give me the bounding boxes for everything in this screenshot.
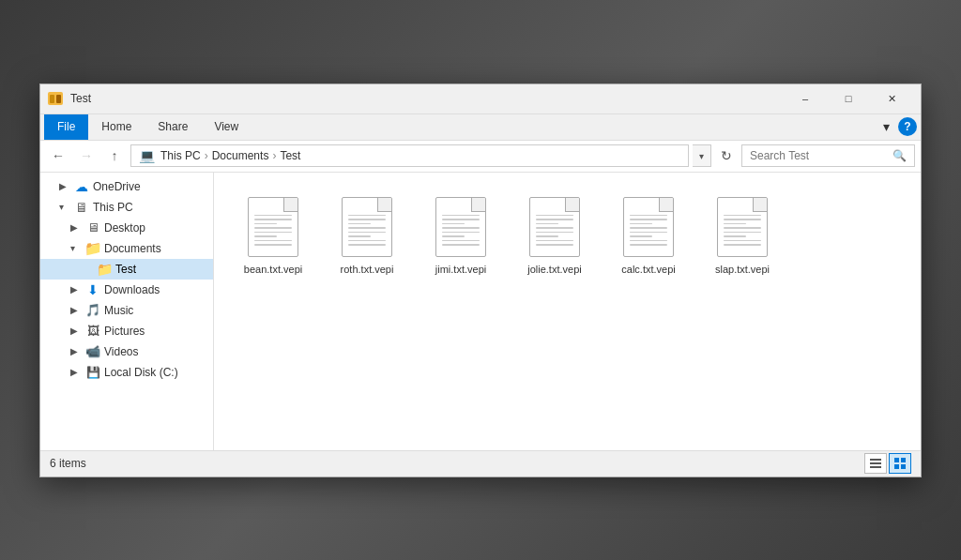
help-button[interactable]: ?: [898, 117, 917, 136]
search-input[interactable]: [750, 149, 892, 162]
svg-rect-4: [901, 458, 906, 462]
sidebar-item-desktop[interactable]: ▶ 🖥 Desktop: [40, 218, 213, 238]
path-segment-test: Test: [280, 149, 300, 162]
documents-icon: 📁: [85, 241, 100, 256]
sidebar-item-videos[interactable]: ▶ 📹 Videos: [40, 341, 213, 362]
large-icons-view-icon: [893, 457, 907, 470]
pictures-icon: 🖼: [85, 324, 100, 339]
expand-arrow-documents: ▾: [70, 243, 82, 253]
path-segment-documents: Documents: [212, 149, 269, 162]
sidebar-label-localdisk: Local Disk (C:): [104, 366, 178, 379]
status-bar: 6 items: [40, 450, 921, 477]
main-content: ▶ ☁ OneDrive ▾ 🖥 This PC ▶ 🖥 Desktop ▾ 📁…: [40, 173, 921, 450]
sidebar-label-videos: Videos: [104, 345, 138, 358]
file-icon-jimi: [433, 195, 489, 259]
address-dropdown-button[interactable]: ▾: [693, 144, 711, 167]
expand-arrow-onedrive: ▶: [59, 181, 70, 191]
sidebar-label-thispc: This PC: [93, 201, 133, 214]
sidebar-label-pictures: Pictures: [104, 325, 145, 338]
downloads-icon: ⬇: [85, 282, 100, 297]
file-icon-jolie: [526, 195, 583, 259]
file-name-jolie: jolie.txt.vepi: [527, 263, 581, 276]
file-item-bean[interactable]: bean.txt.vepi: [231, 189, 315, 281]
sidebar: ▶ ☁ OneDrive ▾ 🖥 This PC ▶ 🖥 Desktop ▾ 📁…: [40, 173, 214, 450]
file-page-roth: [342, 197, 392, 257]
file-item-roth[interactable]: roth.txt.vepi: [325, 189, 409, 281]
ribbon-expand-button[interactable]: ▾: [874, 114, 898, 139]
maximize-button[interactable]: □: [827, 83, 870, 114]
file-name-bean: bean.txt.vepi: [244, 263, 302, 276]
forward-button[interactable]: →: [74, 144, 99, 168]
file-page-jolie: [529, 197, 580, 257]
expand-arrow-pictures: ▶: [70, 325, 82, 336]
file-name-slap: slap.txt.vepi: [715, 263, 770, 276]
file-name-jimi: jimi.txt.vepi: [435, 263, 486, 276]
expand-arrow-localdisk: ▶: [70, 367, 82, 377]
search-box: 🔍: [741, 144, 915, 167]
file-name-calc: calc.txt.vepi: [621, 263, 675, 276]
sidebar-item-onedrive[interactable]: ▶ ☁ OneDrive: [40, 176, 213, 197]
thispc-icon: 🖥: [74, 200, 89, 215]
close-button[interactable]: ✕: [870, 83, 913, 114]
svg-rect-5: [894, 464, 899, 469]
desktop-icon: 🖥: [85, 220, 100, 235]
sidebar-item-test[interactable]: 📁 Test: [40, 259, 213, 280]
svg-rect-0: [870, 459, 881, 461]
sidebar-item-pictures[interactable]: ▶ 🖼 Pictures: [40, 321, 213, 341]
file-explorer-window: Test – □ ✕ File Home Share View ▾ ? ← → …: [39, 83, 922, 477]
tab-view[interactable]: View: [201, 114, 252, 140]
ribbon-tabs: File Home Share View ▾ ?: [40, 114, 921, 141]
view-large-icons-button[interactable]: [889, 453, 911, 474]
address-path[interactable]: 💻 This PC › Documents › Test: [130, 144, 689, 167]
view-details-button[interactable]: [864, 453, 887, 474]
minimize-button[interactable]: –: [784, 83, 827, 114]
up-button[interactable]: ↑: [102, 144, 127, 168]
file-icon-slap: [714, 195, 770, 259]
svg-rect-3: [894, 458, 899, 462]
status-item-count: 6 items: [50, 457, 857, 470]
tab-file[interactable]: File: [44, 114, 88, 140]
sidebar-item-documents[interactable]: ▾ 📁 Documents: [40, 238, 213, 259]
onedrive-icon: ☁: [74, 179, 89, 194]
expand-arrow-music: ▶: [70, 305, 82, 315]
file-page-jimi: [435, 197, 486, 257]
file-icon-bean: [245, 195, 301, 259]
sidebar-label-music: Music: [104, 304, 133, 317]
sidebar-item-localdisk[interactable]: ▶ 💾 Local Disk (C:): [40, 362, 213, 383]
music-icon: 🎵: [85, 303, 100, 318]
sidebar-label-onedrive: OneDrive: [93, 180, 141, 193]
window-controls: – □ ✕: [784, 83, 913, 114]
title-bar: Test – □ ✕: [40, 84, 921, 114]
files-grid: bean.txt.vepi: [223, 182, 911, 289]
path-segment-thispc: This PC: [160, 149, 201, 162]
test-folder-icon: 📁: [97, 262, 112, 277]
svg-rect-1: [870, 462, 881, 464]
file-icon-calc: [620, 195, 677, 259]
tab-home[interactable]: Home: [88, 114, 145, 140]
expand-arrow-thispc: ▾: [59, 202, 70, 212]
videos-icon: 📹: [85, 344, 100, 359]
sidebar-label-test: Test: [115, 263, 136, 276]
window-title: Test: [67, 92, 780, 105]
drive-icon: 💾: [85, 365, 100, 380]
file-item-jimi[interactable]: jimi.txt.vepi: [419, 189, 503, 281]
file-item-calc[interactable]: calc.txt.vepi: [606, 189, 691, 281]
file-area: bean.txt.vepi: [214, 173, 921, 450]
sidebar-item-downloads[interactable]: ▶ ⬇ Downloads: [40, 280, 213, 300]
svg-rect-6: [901, 464, 906, 469]
window-icon: [48, 92, 63, 105]
refresh-button[interactable]: ↻: [715, 144, 738, 167]
file-item-jolie[interactable]: jolie.txt.vepi: [512, 189, 597, 281]
expand-arrow-downloads: ▶: [70, 284, 82, 295]
tab-share[interactable]: Share: [145, 114, 201, 140]
sidebar-item-thispc[interactable]: ▾ 🖥 This PC: [40, 197, 213, 218]
sidebar-label-downloads: Downloads: [104, 283, 160, 296]
file-name-roth: roth.txt.vepi: [341, 263, 394, 276]
sidebar-item-music[interactable]: ▶ 🎵 Music: [40, 300, 213, 321]
view-buttons: [864, 453, 911, 474]
sidebar-label-desktop: Desktop: [104, 221, 145, 235]
svg-rect-2: [870, 466, 881, 468]
file-page-bean: [248, 197, 298, 257]
back-button[interactable]: ←: [46, 144, 70, 168]
file-item-slap[interactable]: slap.txt.vepi: [700, 189, 785, 281]
